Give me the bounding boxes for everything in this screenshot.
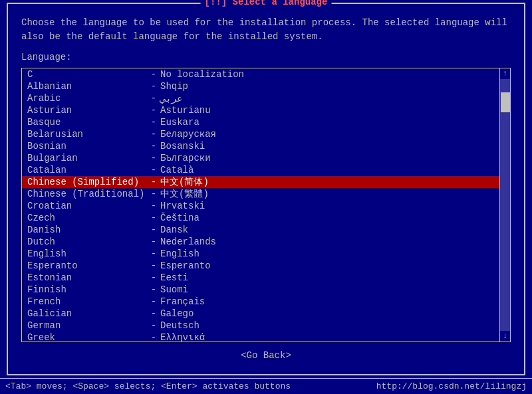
lang-name: Finnish (27, 284, 147, 295)
lang-native: Nederlands (160, 237, 494, 247)
lang-dash: - (147, 69, 160, 80)
lang-dash: - (147, 201, 160, 211)
lang-dash: - (147, 272, 160, 283)
language-item[interactable]: Albanian-Shqip (22, 80, 499, 92)
language-item[interactable]: Catalan-Català (22, 164, 499, 176)
dialog-title: [!!] Select a language (201, 0, 332, 7)
lang-native: No localization (160, 69, 494, 80)
lang-native: Български (160, 153, 494, 163)
lang-dash: - (147, 284, 160, 295)
lang-dash: - (147, 117, 160, 128)
lang-native: Eesti (160, 272, 494, 283)
lang-dash: - (147, 213, 160, 223)
lang-dash: - (147, 296, 160, 307)
lang-native: Galego (160, 308, 494, 319)
language-item[interactable]: Bosnian-Bosanski (22, 140, 499, 152)
language-list-container[interactable]: C-No localizationAlbanian-ShqipArabic-عر… (21, 68, 511, 342)
scrollbar-up-button[interactable]: ↑ (500, 68, 511, 79)
lang-name: Croatian (27, 201, 147, 211)
language-item[interactable]: Croatian-Hrvatski (22, 200, 499, 212)
language-item[interactable]: Finnish-Suomi (22, 284, 499, 296)
lang-native: عربي (160, 93, 494, 104)
lang-native: Asturianu (160, 105, 494, 116)
lang-native: Dansk (160, 225, 494, 235)
lang-dash: - (147, 81, 160, 92)
lang-dash: - (147, 189, 160, 199)
language-item[interactable]: Arabic-عربي (22, 92, 499, 104)
lang-name: Catalan (27, 165, 147, 175)
lang-dash: - (147, 165, 160, 175)
lang-native: Suomi (160, 284, 494, 295)
language-item[interactable]: Chinese (Traditional)-中文(繁體) (22, 188, 499, 200)
lang-name: Basque (27, 117, 147, 128)
lang-name: Galician (27, 308, 147, 319)
language-item[interactable]: Galician-Galego (22, 308, 499, 320)
scrollbar-thumb[interactable] (501, 92, 510, 112)
lang-name: Greek (27, 332, 147, 342)
lang-name: German (27, 320, 147, 331)
lang-name: Esperanto (27, 260, 147, 271)
lang-name: French (27, 296, 147, 307)
dialog: [!!] Select a language Choose the langua… (7, 3, 525, 375)
language-item[interactable]: Greek-Ελληνικά (22, 332, 499, 342)
main-container: [!!] Select a language Choose the langua… (0, 0, 532, 394)
language-item[interactable]: French-Français (22, 296, 499, 308)
lang-native: Shqip (160, 81, 494, 92)
lang-name: C (27, 69, 147, 80)
lang-native: Deutsch (160, 320, 494, 331)
scrollbar[interactable]: ↑ ↓ (499, 68, 510, 342)
lang-dash: - (147, 260, 160, 271)
lang-native: Català (160, 165, 494, 175)
language-item[interactable]: Esperanto-Esperanto (22, 260, 499, 272)
lang-name: Belarusian (27, 129, 147, 140)
language-item[interactable]: Estonian-Eesti (22, 272, 499, 284)
lang-native: 中文(繁體) (160, 188, 494, 200)
language-item[interactable]: Chinese (Simplified)-中文(简体) (22, 176, 499, 188)
lang-dash: - (147, 177, 160, 187)
lang-dash: - (147, 332, 160, 342)
language-item[interactable]: English-English (22, 248, 499, 260)
lang-native: Esperanto (160, 260, 494, 271)
language-item[interactable]: Asturian-Asturianu (22, 104, 499, 116)
lang-dash: - (147, 105, 160, 116)
lang-dash: - (147, 248, 160, 259)
language-item[interactable]: Belarusian-Беларуская (22, 128, 499, 140)
status-left: <Tab> moves; <Space> selects; <Enter> ac… (5, 381, 291, 391)
status-right: http://blog.csdn.net/lilingzj (376, 381, 527, 391)
language-list: C-No localizationAlbanian-ShqipArabic-عر… (22, 68, 499, 342)
lang-native: 中文(简体) (160, 176, 494, 188)
language-item[interactable]: C-No localization (22, 68, 499, 80)
description-line2: also be the default language for the ins… (21, 30, 511, 44)
lang-native: English (160, 248, 494, 259)
language-item[interactable]: Danish-Dansk (22, 224, 499, 236)
language-item[interactable]: Czech-Čeština (22, 212, 499, 224)
lang-name: Dutch (27, 237, 147, 247)
lang-name: Chinese (Traditional) (27, 189, 147, 199)
lang-native: Euskara (160, 117, 494, 128)
scrollbar-down-button[interactable]: ↓ (500, 331, 511, 342)
language-label: Language: (21, 52, 511, 62)
lang-name: Czech (27, 213, 147, 223)
lang-native: Français (160, 296, 494, 307)
language-item[interactable]: Bulgarian-Български (22, 152, 499, 164)
lang-name: Bulgarian (27, 153, 147, 163)
lang-native: Беларуская (160, 129, 494, 140)
lang-native: Čeština (160, 213, 494, 223)
dialog-content: Choose the language to be used for the i… (8, 4, 524, 374)
lang-name: Bosnian (27, 141, 147, 151)
description: Choose the language to be used for the i… (21, 16, 511, 44)
lang-dash: - (147, 225, 160, 235)
go-back-button[interactable]: <Go Back> (235, 349, 297, 362)
language-item[interactable]: Basque-Euskara (22, 116, 499, 128)
language-item[interactable]: Dutch-Nederlands (22, 236, 499, 248)
button-row: <Go Back> (21, 342, 511, 367)
description-line1: Choose the language to be used for the i… (21, 16, 511, 30)
lang-native: Ελληνικά (160, 332, 494, 342)
scrollbar-track (500, 79, 511, 331)
lang-dash: - (147, 237, 160, 247)
lang-name: Albanian (27, 81, 147, 92)
language-item[interactable]: German-Deutsch (22, 320, 499, 332)
lang-name: Asturian (27, 105, 147, 116)
lang-name: English (27, 248, 147, 259)
lang-native: Bosanski (160, 141, 494, 151)
